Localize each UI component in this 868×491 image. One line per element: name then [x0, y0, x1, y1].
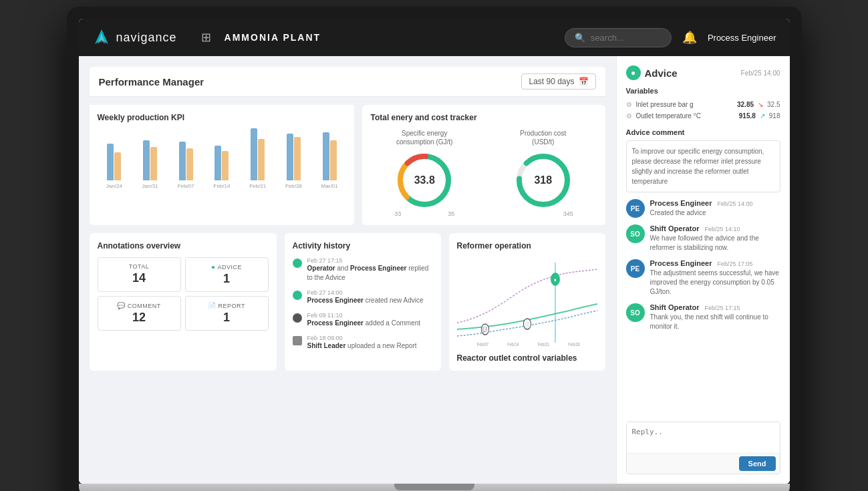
activity-card: Activity history Feb 27 17:15 Operator a… — [285, 233, 441, 371]
chat-msg-2: SO Shift Operator Feb/25 14:10 We have f… — [626, 224, 780, 253]
var-new-2: 918 — [769, 112, 780, 120]
total-value: 14 — [132, 271, 146, 285]
activity-item-1: Feb 27 17:15 Operator and Process Engine… — [293, 257, 433, 283]
activity-list: Feb 27 17:15 Operator and Process Engine… — [293, 257, 433, 351]
svg-text:Feb/21: Feb/21 — [537, 341, 549, 347]
advice-date: Feb/25 14:00 — [741, 69, 780, 77]
navigance-logo-icon — [92, 28, 111, 47]
laptop-frame: navigance ⊞ AMMONIA PLANT 🔍 🔔 Process En… — [67, 7, 802, 491]
chat-name-3: Process Engineer — [650, 259, 712, 267]
right-panel: ● Advice Feb/25 14:00 Variables ⚙ Inlet … — [616, 56, 790, 484]
bar-group-4: Feb/14 — [205, 146, 239, 189]
activity-icon-advice-2 — [293, 291, 302, 300]
reply-box: Send — [626, 422, 780, 474]
charts-row: Weekly production KPI Jan/24 Jan/31 — [90, 105, 605, 225]
bar-group-5: Feb/21 — [241, 128, 275, 189]
bar-group-7: Mar/01 — [313, 132, 347, 189]
var-value-2: 915.8 — [739, 112, 756, 120]
report-cell: 📄 REPORT 1 — [185, 296, 269, 331]
donut-2-container: 318 — [513, 150, 573, 210]
advice-cell: ● ADVICE 1 — [185, 257, 269, 292]
activity-content-4: Feb 18 09:00 Shift Leader uploaded a new… — [307, 335, 417, 351]
weekly-kpi-title: Weekly production KPI — [98, 113, 347, 122]
activity-content-2: Feb 27 14:00 Process Engineer created ne… — [307, 289, 424, 305]
chat-name-4: Shift Operator — [650, 303, 700, 311]
var-icon-2: ⚙ — [626, 112, 632, 120]
chat-content-4: Shift Operator Feb/25 17:15 Thank you, t… — [650, 303, 780, 331]
variables-section: Variables ⚙ Inlet pressure bar g 32.85 ↘… — [626, 87, 780, 122]
chat-msg-1: PE Process Engineer Feb/25 14:00 Created… — [626, 199, 780, 218]
donut-section: Specific energyconsumption (GJ/t) 33.8 — [370, 129, 597, 217]
activity-icon-comment-1 — [293, 313, 302, 323]
chat-msg-4: SO Shift Operator Feb/25 17:15 Thank you… — [626, 303, 780, 331]
user-label: Process Engineer — [708, 33, 776, 43]
search-icon: 🔍 — [575, 33, 585, 43]
activity-title: Activity history — [293, 241, 433, 251]
reactor-title: Reactor outlet control variables — [457, 353, 597, 363]
svg-text:●: ● — [554, 277, 557, 283]
activity-item-2: Feb 27 14:00 Process Engineer created ne… — [293, 289, 433, 305]
donut-2-minmax: 345 — [513, 210, 573, 217]
bar-chart: Jan/24 Jan/31 Feb/07 — [98, 129, 347, 202]
activity-content-3: Feb 09 11:10 Process Engineer added a Co… — [307, 312, 421, 328]
avatar-pe-2: PE — [626, 259, 645, 278]
energy-tracker-card: Total enery and cost tracker Specific en… — [362, 105, 605, 225]
chat-time-2: Feb/25 14:10 — [704, 226, 740, 232]
bell-icon[interactable]: 🔔 — [682, 30, 697, 45]
bottom-row: Annotations overview TOTAL 14 ● ADVICE — [90, 233, 605, 371]
activity-icon-advice-1 — [293, 259, 302, 268]
production-cost-donut: Production cost(USD/t) 318 — [489, 129, 597, 217]
chat-content-1: Process Engineer Feb/25 14:00 Created th… — [650, 199, 753, 218]
var-arrow-down-1: ↘ — [758, 101, 763, 108]
svg-text:📄: 📄 — [525, 321, 529, 328]
annotations-title: Annotations overview — [98, 241, 269, 251]
logo-area: navigance — [92, 28, 177, 47]
laptop-notch — [394, 484, 474, 490]
chat-msg-3: PE Process Engineer Feb/25 17:05 The adj… — [626, 259, 780, 297]
var-value-1: 32.85 — [737, 101, 754, 108]
bar-group-6: Feb/28 — [277, 134, 311, 189]
advice-icon: ● — [211, 263, 216, 271]
chat-text-3: The adjustment seems successful, we have… — [650, 269, 780, 297]
search-box[interactable]: 🔍 — [565, 28, 672, 47]
activity-item-4: Feb 18 09:00 Shift Leader uploaded a new… — [293, 335, 433, 351]
svg-text:Feb/07: Feb/07 — [476, 341, 488, 347]
chat-text-1: Created the advice — [650, 208, 753, 218]
total-cell: TOTAL 14 — [98, 257, 181, 292]
calendar-icon: 📅 — [579, 77, 589, 86]
advice-comment-section: Advice comment To improve our specific e… — [626, 128, 780, 192]
report-label: 📄 REPORT — [208, 302, 245, 309]
send-button[interactable]: Send — [739, 456, 776, 471]
report-value: 1 — [223, 311, 230, 325]
donut-1-minmax: 33 35 — [394, 210, 454, 217]
svg-text:💬: 💬 — [482, 326, 487, 333]
reformer-svg: 💬 📄 ● Feb/07 Feb/14 Feb/21 Feb/28 — [457, 256, 597, 349]
annotations-grid: TOTAL 14 ● ADVICE 1 — [98, 257, 269, 331]
activity-item-3: Feb 09 11:10 Process Engineer added a Co… — [293, 312, 433, 328]
search-input[interactable] — [591, 33, 662, 43]
reformer-card: Reformer operation — [449, 233, 605, 371]
advice-value: 1 — [223, 272, 230, 286]
left-panel: Performance Manager Last 90 days 📅 Weekl… — [79, 56, 616, 484]
comment-cell: 💬 COMMENT 12 — [98, 296, 181, 331]
chat-section: PE Process Engineer Feb/25 14:00 Created… — [626, 199, 780, 415]
donut-1-value: 33.8 — [414, 174, 435, 186]
plant-icon: ⊞ — [201, 30, 211, 45]
chat-time-1: Feb/25 14:00 — [717, 200, 752, 207]
variable-row-2: ⚙ Outlet temperature °C 915.8 ↗ 918 — [626, 110, 780, 122]
var-new-1: 32.5 — [767, 101, 780, 108]
reformer-chart: 💬 📄 ● Feb/07 Feb/14 Feb/21 Feb/28 — [457, 256, 597, 349]
advice-title: Advice — [645, 67, 678, 79]
reply-input[interactable] — [627, 422, 780, 450]
variables-title: Variables — [626, 87, 780, 95]
plant-name: AMMONIA PLANT — [225, 32, 321, 43]
donut-2-value: 318 — [534, 174, 552, 186]
chat-text-2: We have followed the advice and the refo… — [650, 234, 780, 253]
variable-row-1: ⚙ Inlet pressure bar g 32.85 ↘ 32.5 — [626, 99, 780, 110]
date-range-button[interactable]: Last 90 days 📅 — [521, 73, 595, 90]
chat-name-1: Process Engineer — [650, 199, 712, 207]
var-arrow-up-2: ↗ — [760, 112, 765, 120]
advice-dot-icon: ● — [626, 65, 641, 80]
bar-group-1: Jan/24 — [98, 144, 132, 189]
main-content: Performance Manager Last 90 days 📅 Weekl… — [79, 56, 790, 484]
